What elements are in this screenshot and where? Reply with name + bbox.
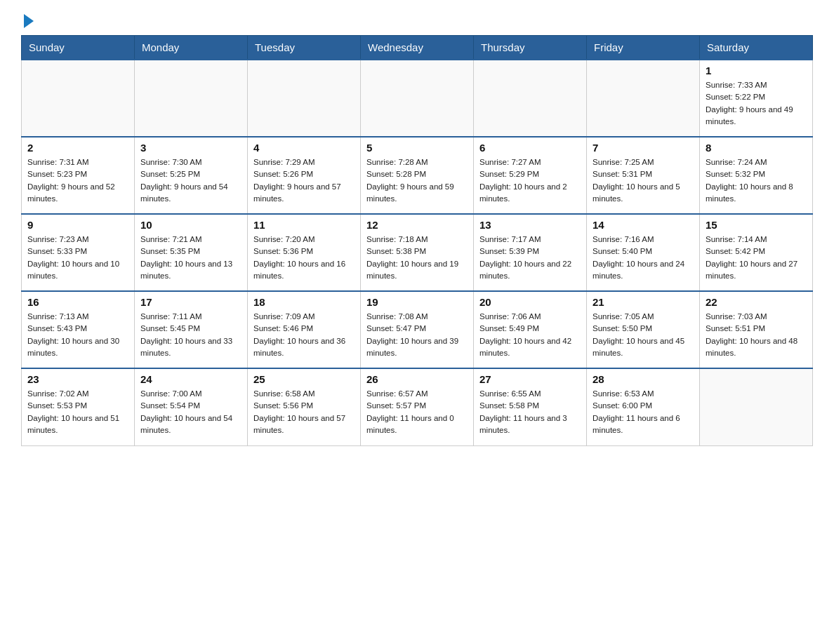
day-info: Sunrise: 7:27 AMSunset: 5:29 PMDaylight:… (479, 156, 581, 205)
day-info: Sunrise: 6:55 AMSunset: 5:58 PMDaylight:… (479, 388, 581, 436)
day-number: 13 (479, 219, 581, 231)
day-number: 9 (27, 219, 128, 231)
day-number: 11 (253, 219, 355, 231)
day-info: Sunrise: 7:33 AMSunset: 5:22 PMDaylight:… (706, 79, 807, 128)
calendar-cell: 5Sunrise: 7:28 AMSunset: 5:28 PMDaylight… (361, 137, 474, 214)
calendar-cell: 7Sunrise: 7:25 AMSunset: 5:31 PMDaylight… (587, 137, 700, 214)
day-info: Sunrise: 7:08 AMSunset: 5:47 PMDaylight:… (366, 311, 468, 359)
calendar-cell: 27Sunrise: 6:55 AMSunset: 5:58 PMDayligh… (474, 368, 587, 445)
day-number: 27 (479, 373, 581, 385)
day-info: Sunrise: 7:16 AMSunset: 5:40 PMDaylight:… (593, 234, 694, 282)
day-info: Sunrise: 7:00 AMSunset: 5:54 PMDaylight:… (140, 388, 241, 436)
calendar-cell: 26Sunrise: 6:57 AMSunset: 5:57 PMDayligh… (361, 368, 474, 445)
day-number: 3 (140, 142, 241, 154)
calendar-cell: 3Sunrise: 7:30 AMSunset: 5:25 PMDaylight… (135, 137, 248, 214)
calendar-cell: 20Sunrise: 7:06 AMSunset: 5:49 PMDayligh… (474, 291, 587, 368)
calendar-cell: 12Sunrise: 7:18 AMSunset: 5:38 PMDayligh… (361, 214, 474, 291)
day-info: Sunrise: 7:11 AMSunset: 5:45 PMDaylight:… (140, 311, 241, 359)
calendar-cell: 23Sunrise: 7:02 AMSunset: 5:53 PMDayligh… (22, 368, 135, 445)
calendar-table: SundayMondayTuesdayWednesdayThursdayFrid… (21, 35, 813, 446)
day-info: Sunrise: 7:28 AMSunset: 5:28 PMDaylight:… (366, 156, 468, 205)
day-number: 10 (140, 219, 241, 231)
day-info: Sunrise: 6:58 AMSunset: 5:56 PMDaylight:… (253, 388, 355, 436)
day-info: Sunrise: 6:57 AMSunset: 5:57 PMDaylight:… (366, 388, 468, 436)
calendar-cell: 10Sunrise: 7:21 AMSunset: 5:35 PMDayligh… (135, 214, 248, 291)
calendar-cell: 28Sunrise: 6:53 AMSunset: 6:00 PMDayligh… (587, 368, 700, 445)
calendar-cell (22, 60, 135, 137)
day-info: Sunrise: 7:20 AMSunset: 5:36 PMDaylight:… (253, 234, 355, 282)
day-info: Sunrise: 7:21 AMSunset: 5:35 PMDaylight:… (140, 234, 241, 282)
day-info: Sunrise: 7:14 AMSunset: 5:42 PMDaylight:… (706, 234, 807, 282)
day-number: 24 (140, 373, 241, 385)
day-info: Sunrise: 7:05 AMSunset: 5:50 PMDaylight:… (593, 311, 694, 359)
day-number: 5 (366, 142, 468, 154)
calendar-cell (248, 60, 361, 137)
calendar-cell: 13Sunrise: 7:17 AMSunset: 5:39 PMDayligh… (474, 214, 587, 291)
day-info: Sunrise: 7:18 AMSunset: 5:38 PMDaylight:… (366, 234, 468, 282)
day-number: 7 (593, 142, 694, 154)
calendar-cell: 11Sunrise: 7:20 AMSunset: 5:36 PMDayligh… (248, 214, 361, 291)
calendar-cell: 16Sunrise: 7:13 AMSunset: 5:43 PMDayligh… (22, 291, 135, 368)
calendar-header-monday: Monday (135, 36, 248, 60)
day-number: 18 (253, 296, 355, 308)
day-number: 14 (593, 219, 694, 231)
logo-arrow-icon (24, 14, 34, 28)
calendar-cell (474, 60, 587, 137)
calendar-cell (361, 60, 474, 137)
day-number: 23 (27, 373, 128, 385)
calendar-cell: 1Sunrise: 7:33 AMSunset: 5:22 PMDaylight… (700, 60, 813, 137)
day-number: 21 (593, 296, 694, 308)
day-number: 12 (366, 219, 468, 231)
calendar-cell: 17Sunrise: 7:11 AMSunset: 5:45 PMDayligh… (135, 291, 248, 368)
day-number: 26 (366, 373, 468, 385)
day-number: 16 (27, 296, 128, 308)
day-number: 25 (253, 373, 355, 385)
calendar-cell (135, 60, 248, 137)
calendar-cell (587, 60, 700, 137)
day-info: Sunrise: 7:17 AMSunset: 5:39 PMDaylight:… (479, 234, 581, 282)
day-number: 28 (593, 373, 694, 385)
calendar-cell: 24Sunrise: 7:00 AMSunset: 5:54 PMDayligh… (135, 368, 248, 445)
calendar-cell: 9Sunrise: 7:23 AMSunset: 5:33 PMDaylight… (22, 214, 135, 291)
day-info: Sunrise: 7:25 AMSunset: 5:31 PMDaylight:… (593, 156, 694, 205)
day-number: 22 (706, 296, 807, 308)
calendar-header-tuesday: Tuesday (248, 36, 361, 60)
calendar-header-saturday: Saturday (700, 36, 813, 60)
calendar-cell: 25Sunrise: 6:58 AMSunset: 5:56 PMDayligh… (248, 368, 361, 445)
day-info: Sunrise: 7:24 AMSunset: 5:32 PMDaylight:… (706, 156, 807, 205)
calendar-cell: 15Sunrise: 7:14 AMSunset: 5:42 PMDayligh… (700, 214, 813, 291)
day-info: Sunrise: 7:02 AMSunset: 5:53 PMDaylight:… (27, 388, 128, 436)
day-info: Sunrise: 7:23 AMSunset: 5:33 PMDaylight:… (27, 234, 128, 282)
day-number: 8 (706, 142, 807, 154)
day-number: 15 (706, 219, 807, 231)
calendar-cell: 14Sunrise: 7:16 AMSunset: 5:40 PMDayligh… (587, 214, 700, 291)
calendar-header-thursday: Thursday (474, 36, 587, 60)
calendar-cell: 18Sunrise: 7:09 AMSunset: 5:46 PMDayligh… (248, 291, 361, 368)
calendar-cell: 6Sunrise: 7:27 AMSunset: 5:29 PMDaylight… (474, 137, 587, 214)
calendar-cell: 22Sunrise: 7:03 AMSunset: 5:51 PMDayligh… (700, 291, 813, 368)
day-info: Sunrise: 7:30 AMSunset: 5:25 PMDaylight:… (140, 156, 241, 205)
day-number: 19 (366, 296, 468, 308)
day-info: Sunrise: 6:53 AMSunset: 6:00 PMDaylight:… (593, 388, 694, 436)
day-info: Sunrise: 7:09 AMSunset: 5:46 PMDaylight:… (253, 311, 355, 359)
calendar-header-sunday: Sunday (22, 36, 135, 60)
day-info: Sunrise: 7:06 AMSunset: 5:49 PMDaylight:… (479, 311, 581, 359)
day-info: Sunrise: 7:29 AMSunset: 5:26 PMDaylight:… (253, 156, 355, 205)
day-number: 17 (140, 296, 241, 308)
day-number: 2 (27, 142, 128, 154)
calendar-cell: 19Sunrise: 7:08 AMSunset: 5:47 PMDayligh… (361, 291, 474, 368)
calendar-cell: 2Sunrise: 7:31 AMSunset: 5:23 PMDaylight… (22, 137, 135, 214)
calendar-cell (700, 368, 813, 445)
day-info: Sunrise: 7:31 AMSunset: 5:23 PMDaylight:… (27, 156, 128, 205)
calendar-header-row: SundayMondayTuesdayWednesdayThursdayFrid… (22, 36, 813, 60)
day-info: Sunrise: 7:13 AMSunset: 5:43 PMDaylight:… (27, 311, 128, 359)
day-number: 1 (706, 65, 807, 76)
day-number: 20 (479, 296, 581, 308)
calendar-header-friday: Friday (587, 36, 700, 60)
day-number: 6 (479, 142, 581, 154)
day-number: 4 (253, 142, 355, 154)
page-header (21, 14, 813, 28)
logo (21, 14, 34, 28)
day-info: Sunrise: 7:03 AMSunset: 5:51 PMDaylight:… (706, 311, 807, 359)
calendar-header-wednesday: Wednesday (361, 36, 474, 60)
